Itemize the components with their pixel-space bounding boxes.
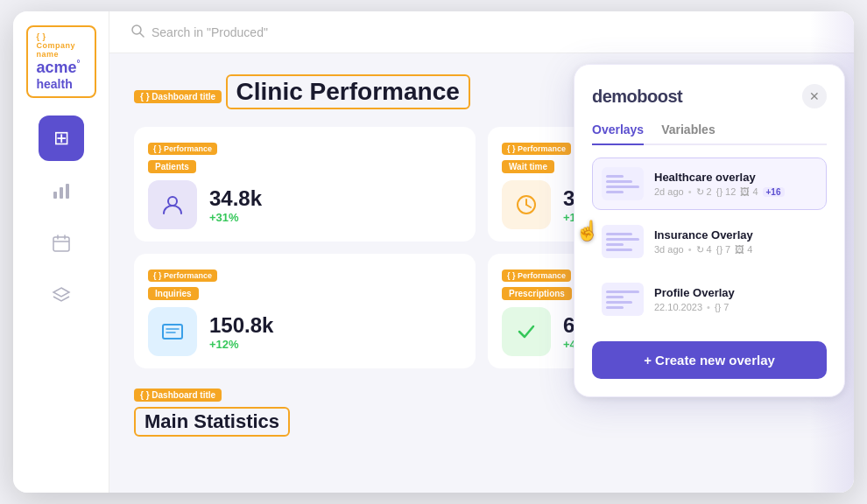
svg-point-9 — [168, 197, 177, 206]
section2-title: Main Statistics — [134, 407, 290, 437]
metric-icon-prescriptions — [502, 307, 551, 356]
svg-rect-13 — [163, 325, 182, 339]
overlay-meta-img-insurance: 🖼 4 — [735, 244, 752, 255]
metric-value-patients: 34.8k — [209, 186, 262, 211]
overlay-thumb-healthcare — [602, 167, 644, 200]
overlay-meta-img-healthcare: 🖼 4 — [740, 186, 758, 197]
metric-icon-inquiries — [148, 307, 197, 356]
svg-line-8 — [140, 33, 144, 37]
overlay-item-healthcare[interactable]: Healthcare overlay 2d ago • ↻ 2 {} 12 🖼 … — [592, 158, 827, 210]
overlay-list: Healthcare overlay 2d ago • ↻ 2 {} 12 🖼 … — [592, 158, 827, 326]
overlay-meta-healthcare: 2d ago • ↻ 2 {} 12 🖼 4 +16 — [654, 186, 817, 198]
overlay-meta-insurance: 3d ago • ↻ 4 {} 7 🖼 4 — [654, 244, 817, 256]
dashboard-title-tag: { } Dashboard title — [134, 90, 222, 103]
overlay-thumb-insurance — [602, 225, 644, 258]
metric-change-inquiries: +12% — [209, 338, 273, 351]
metric-label-waittime: Wait time — [502, 160, 554, 173]
close-button[interactable]: ✕ — [802, 84, 827, 108]
page-title: Clinic Performance — [226, 74, 470, 109]
overlay-badge-healthcare: +16 — [763, 187, 785, 197]
overlay-info-profile: Profile Overlay 22.10.2023 • {} 7 — [654, 286, 817, 312]
tab-variables[interactable]: Variables — [661, 122, 715, 145]
sidebar-item-grid[interactable]: ⊞ — [39, 116, 84, 161]
overlay-meta-profile: 22.10.2023 • {} 7 — [654, 302, 817, 312]
sidebar-item-calendar[interactable] — [39, 220, 84, 266]
overlay-meta-vars-insurance: {} 7 — [716, 244, 731, 255]
metric-label-prescriptions: Prescriptions — [502, 287, 572, 300]
svg-rect-3 — [53, 237, 69, 251]
overlay-time-insurance: 3d ago — [654, 244, 684, 255]
search-bar[interactable]: Search in "Produced" — [130, 24, 268, 40]
overlay-meta-vars-healthcare: {} 12 — [716, 186, 737, 197]
overlay-name-insurance: Insurance Overlay — [654, 228, 817, 242]
overlay-panel-header: demoboost ✕ — [592, 84, 827, 108]
overlay-tabs: Overlays Variables — [592, 122, 827, 145]
overlay-info-healthcare: Healthcare overlay 2d ago • ↻ 2 {} 12 🖼 … — [654, 171, 817, 198]
topbar: Search in "Produced" — [109, 11, 854, 53]
logo-sub: health — [37, 77, 73, 91]
metric-card-patients: { } Performance Patients 34.8k +31% — [134, 127, 476, 242]
search-placeholder: Search in "Produced" — [152, 25, 268, 39]
overlay-meta-refresh-insurance: ↻ 4 — [696, 244, 712, 256]
overlay-time-healthcare: 2d ago — [654, 186, 684, 197]
overlay-item-profile[interactable]: Profile Overlay 22.10.2023 • {} 7 — [592, 273, 827, 326]
search-icon — [130, 24, 144, 40]
demoboost-demo: demo — [592, 87, 637, 106]
svg-rect-0 — [53, 192, 57, 199]
metric-change-patients: +31% — [209, 211, 262, 224]
overlay-panel: demoboost ✕ Overlays Variables — [574, 64, 845, 397]
metric-tag-inquiries: { } Performance — [148, 270, 217, 282]
overlay-time-profile: 22.10.2023 — [654, 302, 702, 312]
metric-label-patients: Patients — [148, 160, 196, 173]
metric-tag-prescriptions: { } Performance — [502, 270, 571, 282]
overlay-name-healthcare: Healthcare overlay — [654, 171, 817, 184]
overlay-meta-vars-profile: {} 7 — [715, 302, 730, 312]
overlay-name-profile: Profile Overlay — [654, 286, 817, 299]
sidebar: { } Company name acme° health ⊞ — [13, 11, 109, 493]
overlay-thumb-profile — [602, 283, 644, 316]
section2-tag: { } Dashboard title — [134, 388, 222, 402]
create-overlay-button[interactable]: + Create new overlay — [592, 341, 827, 379]
metric-card-inquiries: { } Performance Inquiries 150.8k — [134, 254, 476, 368]
metric-label-inquiries: Inquiries — [148, 287, 199, 300]
svg-rect-1 — [60, 187, 63, 199]
svg-rect-2 — [66, 184, 69, 199]
overlay-info-insurance: Insurance Overlay 3d ago • ↻ 4 {} 7 🖼 4 — [654, 228, 817, 256]
sidebar-item-chart[interactable] — [39, 168, 84, 214]
overlay-meta-refresh-healthcare: ↻ 2 — [696, 186, 712, 198]
app-window: { } Company name acme° health ⊞ — [13, 11, 854, 493]
tab-overlays[interactable]: Overlays — [592, 122, 644, 145]
company-tag: { } Company name — [37, 32, 86, 59]
metric-icon-patients — [148, 180, 197, 229]
logo-text: acme° — [37, 59, 81, 77]
metric-tag-waittime: { } Performance — [502, 143, 571, 155]
overlay-item-insurance[interactable]: Insurance Overlay 3d ago • ↻ 4 {} 7 🖼 4 — [592, 215, 827, 268]
sidebar-item-layers[interactable] — [39, 273, 84, 318]
metric-icon-waittime — [502, 180, 551, 229]
company-logo-box[interactable]: { } Company name acme° health — [26, 25, 96, 98]
demoboost-logo: demoboost — [592, 87, 682, 107]
demoboost-boost: boost — [637, 87, 682, 106]
metric-value-inquiries: 150.8k — [209, 313, 273, 338]
metric-tag-patients: { } Performance — [148, 143, 217, 155]
svg-line-12 — [526, 205, 531, 207]
